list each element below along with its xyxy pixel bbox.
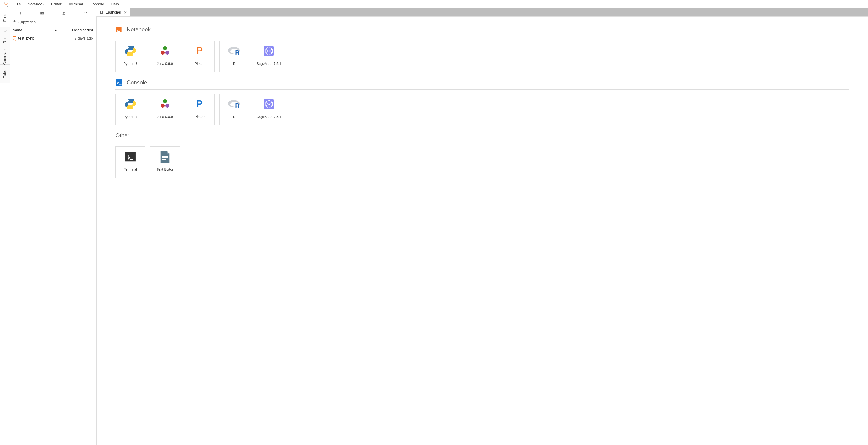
menu-console[interactable]: Console	[86, 0, 107, 8]
card-label: SageMath 7.5.1	[256, 62, 281, 65]
card-label: Text Editor	[157, 167, 174, 171]
close-icon[interactable]: ✕	[124, 10, 127, 15]
section-title: Notebook	[127, 26, 151, 33]
svg-point-6	[128, 47, 129, 48]
launcher-card-terminal[interactable]: $_Terminal	[115, 147, 145, 178]
breadcrumb-item[interactable]: jupyterlab	[20, 20, 36, 24]
r-icon: R	[227, 44, 241, 58]
plotter-orange-icon: P	[193, 44, 207, 58]
new-folder-button[interactable]	[31, 8, 53, 18]
sidetab-files[interactable]: Files	[0, 8, 9, 27]
launcher-card-r[interactable]: RR	[219, 41, 249, 72]
svg-rect-43	[162, 157, 168, 158]
sidetab-tabs[interactable]: Tabs	[0, 65, 9, 83]
launcher-card-julia-0-6-0[interactable]: Julia 0.6.0	[150, 41, 180, 72]
tab-bar: Launcher ✕	[96, 8, 868, 17]
svg-point-24	[128, 100, 129, 101]
jupyter-logo-icon	[3, 1, 9, 7]
main-area: Launcher ✕ NotebookPython 3Julia 0.6.0PP…	[96, 8, 868, 445]
menu-terminal[interactable]: Terminal	[65, 0, 86, 8]
tab-launcher[interactable]: Launcher ✕	[96, 8, 130, 17]
svg-point-10	[165, 51, 169, 55]
svg-point-25	[132, 107, 133, 108]
file-browser-toolbar	[10, 8, 96, 18]
sidetab-commands[interactable]: Commands	[0, 46, 9, 65]
new-launcher-button[interactable]	[10, 8, 31, 18]
section-title: Console	[127, 79, 147, 86]
svg-rect-4	[62, 14, 65, 15]
card-label: Julia 0.6.0	[157, 62, 173, 65]
launcher-section-notebook: NotebookPython 3Julia 0.6.0PPlotterRRSag…	[115, 26, 849, 72]
svg-point-8	[163, 46, 167, 50]
launcher-card-sagemath-7-5-1[interactable]: SageMath 7.5.1	[254, 41, 284, 72]
svg-point-9	[160, 51, 164, 55]
section-header: Other	[115, 132, 849, 142]
file-item[interactable]: test.ipynb7 days ago	[10, 34, 96, 42]
card-label: SageMath 7.5.1	[256, 115, 281, 119]
left-sidebar-tabs: FilesRunningCommandsTabs	[0, 8, 10, 445]
python-icon	[124, 44, 137, 58]
upload-button[interactable]	[53, 8, 75, 18]
card-row: $_TerminalText Editor	[115, 147, 849, 178]
launcher-card-plotter[interactable]: PPlotter	[185, 94, 215, 125]
svg-point-0	[4, 2, 5, 2]
refresh-button[interactable]	[75, 8, 96, 18]
terminal-icon: $_	[124, 150, 137, 163]
julia-icon	[158, 97, 172, 111]
svg-rect-3	[43, 13, 43, 14]
menu-notebook[interactable]: Notebook	[24, 0, 48, 8]
sidetab-running[interactable]: Running	[0, 27, 9, 46]
card-row: Python 3Julia 0.6.0PPlotterRRSageMath 7.…	[115, 94, 849, 125]
launcher-card-python-3[interactable]: Python 3	[115, 94, 145, 125]
card-label: Julia 0.6.0	[157, 115, 173, 119]
launcher-section-other: Other$_TerminalText Editor	[115, 132, 849, 178]
svg-point-7	[132, 54, 133, 55]
menu-editor[interactable]: Editor	[48, 0, 65, 8]
svg-text:P: P	[196, 45, 203, 56]
home-icon[interactable]	[13, 20, 17, 24]
svg-point-28	[165, 104, 169, 107]
section-header: >_Console	[115, 79, 849, 90]
sage-icon	[262, 97, 276, 111]
svg-text:P: P	[196, 98, 203, 109]
launcher-card-sagemath-7-5-1[interactable]: SageMath 7.5.1	[254, 94, 284, 125]
menubar: FileNotebookEditorTerminalConsoleHelp	[0, 0, 868, 8]
plotter-blue-icon: P	[193, 97, 207, 111]
svg-text:>_: >_	[117, 81, 122, 85]
notebook-icon	[13, 36, 17, 40]
file-name-label: test.ipynb	[18, 36, 34, 40]
card-label: Plotter	[194, 115, 205, 119]
launcher-section-console: >_ConsolePython 3Julia 0.6.0PPlotterRRSa…	[115, 79, 849, 125]
column-header-name[interactable]: Name ▲	[10, 28, 61, 32]
svg-rect-42	[162, 156, 168, 157]
card-row: Python 3Julia 0.6.0PPlotterRRSageMath 7.…	[115, 41, 849, 72]
texteditor-icon	[158, 150, 172, 163]
launcher-card-plotter[interactable]: PPlotter	[185, 41, 215, 72]
launcher-card-julia-0-6-0[interactable]: Julia 0.6.0	[150, 94, 180, 125]
card-label: Terminal	[124, 167, 137, 171]
launcher-card-text-editor[interactable]: Text Editor	[150, 147, 180, 178]
file-list-header: Name ▲ Last Modified	[10, 26, 96, 34]
svg-text:R: R	[235, 102, 240, 109]
launcher-panel: NotebookPython 3Julia 0.6.0PPlotterRRSag…	[96, 17, 868, 445]
breadcrumb[interactable]: › jupyterlab	[10, 18, 96, 26]
launcher-card-python-3[interactable]: Python 3	[115, 41, 145, 72]
svg-text:R: R	[235, 49, 240, 56]
svg-point-26	[163, 99, 167, 103]
svg-point-27	[160, 104, 164, 107]
svg-text:$_: $_	[127, 154, 134, 160]
launcher-card-r[interactable]: RR	[219, 94, 249, 125]
menu-help[interactable]: Help	[107, 0, 122, 8]
section-header: Notebook	[115, 26, 849, 36]
column-header-modified[interactable]: Last Modified	[61, 28, 96, 32]
breadcrumb-separator: ›	[18, 20, 19, 24]
card-label: Python 3	[123, 62, 137, 65]
menu-file[interactable]: File	[11, 0, 24, 8]
console-icon: >_	[115, 79, 122, 86]
svg-rect-44	[162, 159, 166, 160]
svg-point-1	[7, 6, 8, 7]
julia-icon	[158, 44, 172, 58]
card-label: Plotter	[194, 62, 205, 65]
file-browser-panel: › jupyterlab Name ▲ Last Modified test.i…	[10, 8, 96, 445]
file-modified-label: 7 days ago	[61, 36, 96, 40]
